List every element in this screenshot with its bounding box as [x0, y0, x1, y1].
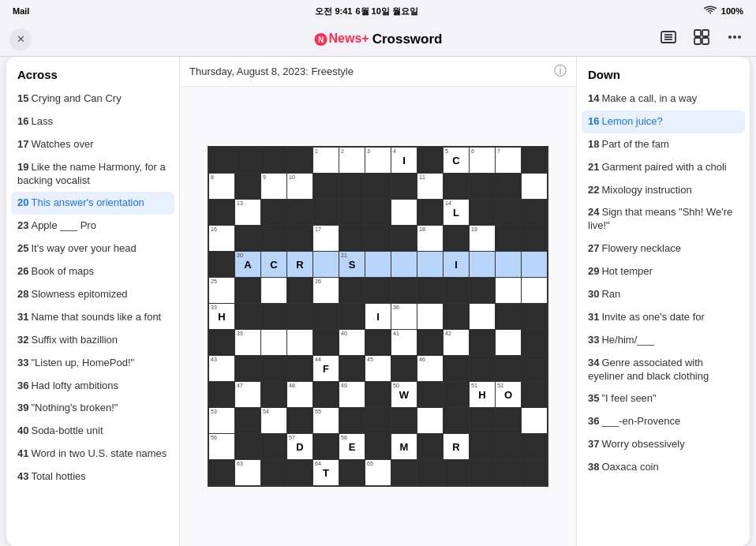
across-clue-43[interactable]: 43Total hotties [6, 466, 179, 488]
cell-5-2[interactable] [261, 278, 286, 303]
across-clue-28[interactable]: 28Slowness epitomized [6, 283, 179, 306]
cell-2-1[interactable]: 13 [235, 200, 260, 225]
cell-7-5[interactable]: 40 [339, 330, 365, 355]
across-clue-40[interactable]: 40Soda-bottle unit [6, 420, 179, 443]
cell-6-0[interactable]: 33H [209, 304, 234, 329]
across-clue-19[interactable]: 19Like the name Harmony, for a backing v… [6, 156, 179, 193]
cell-11-5[interactable]: 58E [339, 434, 365, 459]
cell-4-1[interactable]: 20A [235, 252, 260, 277]
cell-0-4[interactable]: 1 [313, 148, 339, 173]
cell-1-2[interactable]: 9 [261, 174, 286, 199]
cell-10-4[interactable]: 55 [313, 408, 339, 433]
cell-12-1[interactable]: 63 [235, 460, 260, 485]
across-clue-31[interactable]: 31Name that sounds like a font [6, 306, 179, 329]
cell-7-3[interactable] [287, 330, 313, 355]
cell-3-8[interactable]: 18 [417, 226, 443, 251]
down-clue-33[interactable]: 33He/him/___ [577, 329, 750, 352]
cell-11-0[interactable]: 56 [209, 434, 234, 459]
cell-11-9[interactable]: R [443, 434, 469, 459]
cell-5-4[interactable]: 26 [313, 278, 339, 303]
across-clue-33[interactable]: 33"Listen up, HomePod!" [6, 352, 179, 375]
cell-9-10[interactable]: 51H [470, 382, 495, 407]
cell-10-8[interactable] [417, 408, 443, 433]
cell-2-7[interactable] [391, 200, 417, 225]
across-clue-17[interactable]: 17Watches over [6, 133, 179, 156]
across-clue-15[interactable]: 15Crying and Can Cry [6, 88, 179, 110]
cell-9-7[interactable]: 50W [391, 382, 417, 407]
cell-6-10[interactable] [470, 304, 495, 329]
cell-9-11[interactable]: 52O [496, 382, 521, 407]
down-clue-35[interactable]: 35"I feel seen" [577, 387, 750, 410]
puzzle-info-button[interactable]: ⓘ [554, 63, 567, 80]
grid-view-button[interactable] [690, 25, 713, 53]
cell-10-2[interactable]: 54 [261, 408, 286, 433]
cell-0-5[interactable]: 2 [339, 148, 365, 173]
crossword-wrapper[interactable]: 1234I5C678910111314L1617181920ACR21SI252… [180, 87, 576, 546]
close-button[interactable]: ✕ [9, 28, 32, 50]
across-clue-26[interactable]: 26Book of maps [6, 260, 179, 283]
more-options-button[interactable] [723, 25, 747, 53]
cell-12-6[interactable]: 65 [365, 460, 391, 485]
down-clue-21[interactable]: 21Garment paired with a choli [577, 156, 750, 179]
across-clue-20[interactable]: 20This answer's orientation [11, 192, 174, 215]
down-clue-34[interactable]: 34Genre associated with eyeliner and bla… [577, 352, 750, 388]
cell-1-12[interactable] [522, 174, 547, 199]
cell-3-0[interactable]: 16 [209, 226, 234, 251]
cell-6-6[interactable]: I [365, 304, 391, 329]
down-clue-37[interactable]: 37Worry obsessively [577, 433, 750, 456]
cell-5-11[interactable] [496, 278, 521, 303]
cell-11-3[interactable]: 57D [287, 434, 313, 459]
cell-7-1[interactable]: 39 [235, 330, 260, 355]
cell-3-4[interactable]: 17 [313, 226, 339, 251]
cell-9-1[interactable]: 47 [235, 382, 260, 407]
down-clue-31[interactable]: 31Invite as one's date for [577, 306, 750, 329]
cell-4-2[interactable]: C [261, 252, 286, 277]
cell-0-9[interactable]: 5C [443, 148, 469, 173]
cell-10-0[interactable]: 53 [209, 408, 234, 433]
across-clue-39[interactable]: 39"Nothing's broken!" [6, 397, 179, 420]
down-clue-36[interactable]: 36___-en-Provence [577, 410, 750, 433]
cell-12-4[interactable]: 64T [313, 460, 339, 485]
cell-4-9[interactable]: I [443, 252, 469, 277]
cell-7-2[interactable] [261, 330, 286, 355]
across-clue-41[interactable]: 41Word in two U.S. state names [6, 443, 179, 466]
cell-11-7[interactable]: M [391, 434, 417, 459]
cell-8-8[interactable]: 46 [417, 356, 443, 381]
down-clue-22[interactable]: 22Mixology instruction [577, 179, 750, 202]
cell-3-10[interactable]: 19 [470, 226, 495, 251]
cell-9-5[interactable]: 49 [339, 382, 365, 407]
down-clue-29[interactable]: 29Hot temper [577, 260, 750, 283]
cell-5-0[interactable]: 25 [209, 278, 234, 303]
down-clue-30[interactable]: 30Ran [577, 283, 750, 306]
down-clue-16[interactable]: 16Lemon juice? [582, 110, 745, 133]
across-clue-23[interactable]: 23Apple ___ Pro [6, 215, 179, 237]
cell-8-4[interactable]: 44F [313, 356, 339, 381]
down-clue-27[interactable]: 27Flowery necklace [577, 237, 750, 260]
down-clue-18[interactable]: 18Part of the fam [577, 133, 750, 156]
down-clue-24[interactable]: 24Sign that means "Shh! We're live!" [577, 201, 750, 237]
down-clue-38[interactable]: 38Oaxaca coin [577, 456, 750, 479]
cell-5-12[interactable] [522, 278, 547, 303]
cell-0-6[interactable]: 3 [365, 148, 391, 173]
cell-6-8[interactable] [417, 304, 443, 329]
cell-4-7[interactable] [391, 252, 417, 277]
down-clue-14[interactable]: 14Make a call, in a way [577, 88, 750, 110]
cell-9-3[interactable]: 48 [287, 382, 313, 407]
across-clue-16[interactable]: 16Lass [6, 110, 179, 133]
cell-0-10[interactable]: 6 [470, 148, 495, 173]
cell-0-11[interactable]: 7 [496, 148, 521, 173]
across-clue-36[interactable]: 36Had lofty ambitions [6, 375, 179, 398]
across-clue-25[interactable]: 25It's way over your head [6, 237, 179, 260]
cell-1-8[interactable]: 11 [417, 174, 443, 199]
cell-7-9[interactable]: 42 [443, 330, 469, 355]
cell-7-7[interactable]: 41 [391, 330, 417, 355]
list-view-button[interactable] [657, 25, 680, 53]
cell-0-7[interactable]: 4I [391, 148, 417, 173]
cell-1-0[interactable]: 8 [209, 174, 234, 199]
cell-8-6[interactable]: 45 [365, 356, 391, 381]
cell-2-9[interactable]: 14L [443, 200, 469, 225]
cell-6-7[interactable]: 36 [391, 304, 417, 329]
across-clue-32[interactable]: 32Suffix with bazillion [6, 329, 179, 352]
cell-4-5[interactable]: 21S [339, 252, 365, 277]
cell-10-12[interactable] [522, 408, 547, 433]
